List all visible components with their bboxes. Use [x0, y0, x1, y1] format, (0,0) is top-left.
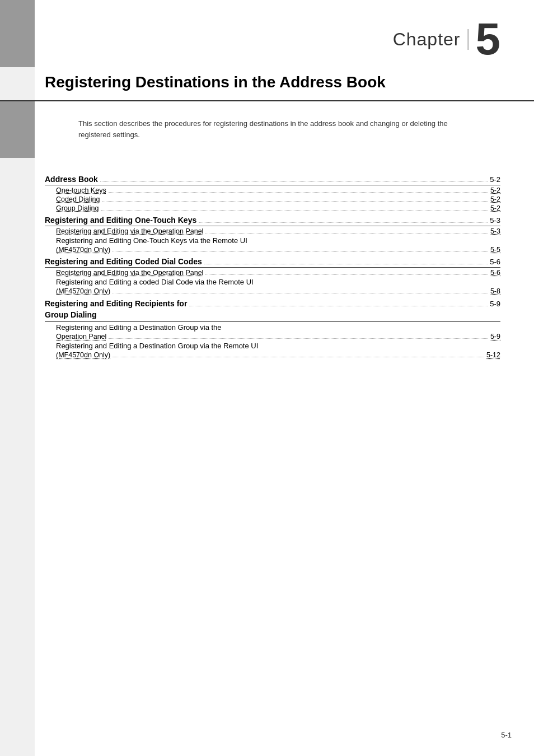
- toc-label-one-touch-keys[interactable]: One-touch Keys: [56, 186, 106, 194]
- toc-entry-mf4570-coded: (MF4570dn Only) 5-8: [45, 287, 500, 295]
- toc-dots-one-touch-title: [199, 222, 488, 223]
- toc-entry-remote-one-touch: Registering and Editing One-Touch Keys v…: [45, 236, 500, 245]
- toc-dots-op-panel-one-touch: [205, 233, 488, 234]
- toc-page-op-panel-coded[interactable]: 5-6: [490, 269, 500, 277]
- intro-section: This section describes the procedures fo…: [0, 101, 534, 158]
- toc-label-op-panel-coded[interactable]: Registering and Editing via the Operatio…: [56, 269, 203, 277]
- toc-group-recipients: Registering and Editing Recipients forGr…: [45, 298, 500, 359]
- toc-title-coded: Registering and Editing Coded Dial Codes: [45, 257, 202, 266]
- toc-entry-coded-title: Registering and Editing Coded Dial Codes…: [45, 257, 500, 268]
- toc-dots-coded-dialing: [102, 201, 488, 202]
- toc-dots-op-panel-coded: [205, 274, 488, 275]
- toc-page-address-book: 5-2: [490, 175, 500, 184]
- chapter-header: Chapter 5: [0, 0, 534, 62]
- chapter-number: 5: [476, 17, 501, 62]
- toc-label-mf4570-coded[interactable]: (MF4570dn Only): [56, 287, 110, 295]
- toc-dots-mf4570-recipients: [113, 357, 484, 357]
- toc-entry-op-panel-coded: Registering and Editing via the Operatio…: [45, 269, 500, 277]
- toc-label-group-dialing[interactable]: Group Dialing: [56, 204, 99, 212]
- toc-entry-remote-coded: Registering and Editing a coded Dial Cod…: [45, 278, 500, 286]
- toc-dots-mf4570-one-touch: [113, 251, 488, 252]
- toc-title-recipients: Registering and Editing Recipients forGr…: [45, 298, 187, 320]
- toc-dots-op-panel-recipients: [109, 338, 488, 339]
- toc-entry-dest-group-via: Registering and Editing a Destination Gr…: [45, 323, 500, 332]
- toc-entry-recipients-title: Registering and Editing Recipients forGr…: [45, 298, 500, 322]
- toc-entry-group-dialing: Group Dialing 5-2: [45, 204, 500, 212]
- intro-gray-block: [0, 101, 35, 158]
- toc-section: Address Book 5-2 One-touch Keys 5-2 Code…: [0, 169, 534, 385]
- toc-title-one-touch: Registering and Editing One-Touch Keys: [45, 216, 196, 225]
- toc-page-recipients-title: 5-9: [490, 300, 500, 308]
- toc-entry-op-panel-recipients: Operation Panel 5-9: [45, 333, 500, 340]
- toc-label-mf4570-one-touch[interactable]: (MF4570dn Only): [56, 246, 110, 254]
- toc-entry-address-book: Address Book 5-2: [45, 175, 500, 185]
- toc-page-op-panel-recipients[interactable]: 5-9: [490, 333, 500, 340]
- toc-group-one-touch: Registering and Editing One-Touch Keys 5…: [45, 216, 500, 254]
- toc-label-remote-dest-group: Registering and Editing a Destination Gr…: [56, 342, 258, 350]
- toc-entry-op-panel-one-touch: Registering and Editing via the Operatio…: [45, 227, 500, 235]
- toc-dots-group-dialing: [101, 210, 488, 211]
- chapter-word: Chapter: [393, 29, 469, 50]
- toc-entry-coded-dialing: Coded Dialing 5-2: [45, 195, 500, 203]
- chapter-label-container: Chapter 5: [393, 17, 500, 62]
- page-number: 5-1: [501, 731, 512, 739]
- toc-entry-one-touch-keys: One-touch Keys 5-2: [45, 186, 500, 194]
- toc-page-one-touch-title: 5-3: [490, 216, 500, 225]
- toc-page-group-dialing[interactable]: 5-2: [490, 204, 500, 212]
- toc-dots-address-book: [100, 181, 488, 182]
- toc-label-coded-dialing[interactable]: Coded Dialing: [56, 195, 100, 203]
- toc-dots-mf4570-coded: [113, 293, 488, 293]
- toc-dots-coded-title: [204, 264, 488, 264]
- toc-page-mf4570-recipients[interactable]: 5-12: [486, 351, 500, 359]
- toc-group-address-book: Address Book 5-2 One-touch Keys 5-2 Code…: [45, 175, 500, 212]
- toc-page-mf4570-one-touch[interactable]: 5-5: [490, 246, 500, 254]
- toc-page-op-panel-one-touch[interactable]: 5-3: [490, 227, 500, 235]
- toc-group-coded: Registering and Editing Coded Dial Codes…: [45, 257, 500, 295]
- toc-label-remote-coded: Registering and Editing a coded Dial Cod…: [56, 278, 254, 286]
- toc-label-mf4570-recipients[interactable]: (MF4570dn Only): [56, 351, 110, 359]
- toc-label-remote-one-touch: Registering and Editing One-Touch Keys v…: [56, 236, 247, 245]
- toc-title-address-book: Address Book: [45, 175, 98, 184]
- toc-entry-one-touch-title: Registering and Editing One-Touch Keys 5…: [45, 216, 500, 226]
- toc-page-one-touch-keys[interactable]: 5-2: [490, 186, 500, 194]
- toc-label-dest-group-via: Registering and Editing a Destination Gr…: [56, 323, 222, 332]
- intro-text: This section describes the procedures fo…: [78, 118, 459, 142]
- toc-label-op-panel-one-touch[interactable]: Registering and Editing via the Operatio…: [56, 227, 203, 235]
- toc-page-coded-title: 5-6: [490, 258, 500, 266]
- toc-entry-mf4570-recipients: (MF4570dn Only) 5-12: [45, 351, 500, 359]
- page-title: Registering Destinations in the Address …: [45, 73, 500, 92]
- toc-dots-one-touch: [109, 192, 488, 193]
- toc-dots-recipients-title: [189, 306, 488, 306]
- title-section: Registering Destinations in the Address …: [0, 62, 534, 101]
- toc-page-coded-dialing[interactable]: 5-2: [490, 195, 500, 203]
- toc-label-op-panel-recipients[interactable]: Operation Panel: [56, 333, 106, 340]
- toc-page-mf4570-coded[interactable]: 5-8: [490, 287, 500, 295]
- toc-entry-remote-dest-group: Registering and Editing a Destination Gr…: [45, 342, 500, 350]
- toc-entry-mf4570-one-touch: (MF4570dn Only) 5-5: [45, 246, 500, 254]
